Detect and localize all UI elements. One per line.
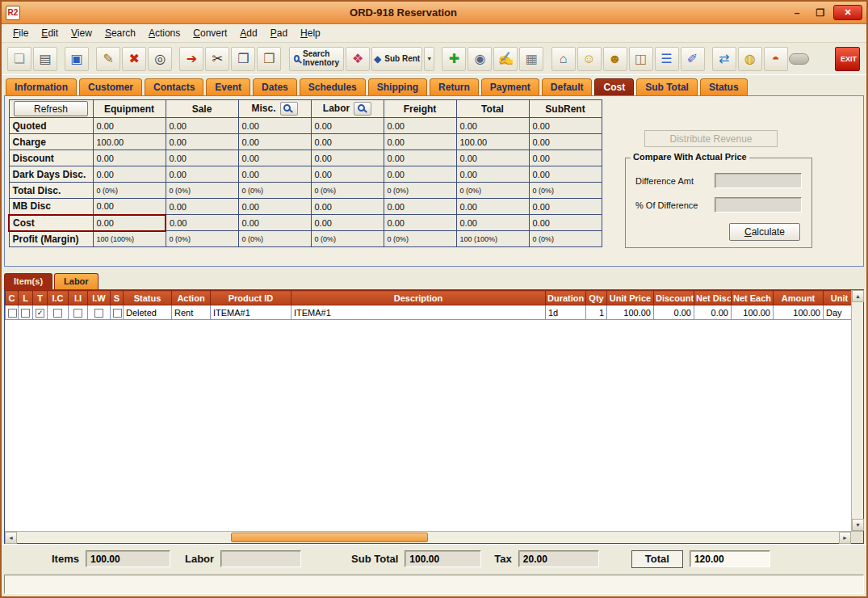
cost-cell-mb-disc-freight[interactable]: 0.00 — [384, 199, 456, 215]
tab-payment[interactable]: Payment — [481, 78, 539, 95]
cost-cell-dark-days-disc-equipment[interactable]: 0.00 — [93, 166, 166, 183]
cell-description[interactable]: ITEMA#1 — [291, 305, 546, 320]
maximize-button[interactable]: ❐ — [810, 6, 831, 20]
scroll-left-icon[interactable]: ◄ — [5, 532, 17, 544]
cost-cell-charge-misc[interactable]: 0.00 — [238, 134, 311, 150]
cost-cell-mb-disc-total[interactable]: 0.00 — [456, 199, 529, 215]
totals-sub-total-field[interactable]: 100.00 — [405, 550, 481, 567]
cell-unit-price[interactable]: 100.00 — [607, 305, 654, 320]
items-column-header-t[interactable]: T — [33, 291, 48, 305]
coins-icon[interactable]: ◍ — [738, 47, 762, 71]
items-column-header-s[interactable]: S — [111, 291, 124, 305]
checkbox-i-i[interactable] — [73, 309, 82, 318]
minimize-button[interactable]: – — [786, 6, 807, 20]
cost-cell-cost-subrent[interactable]: 0.00 — [529, 215, 602, 231]
h-scroll-track[interactable] — [17, 532, 839, 543]
cost-cell-charge-subrent[interactable]: 0.00 — [529, 134, 602, 150]
search-misc-button[interactable] — [280, 102, 298, 116]
cell-net-each[interactable]: 100.00 — [732, 305, 774, 320]
menu-item-help[interactable]: Help — [294, 25, 327, 41]
currency-exchange-icon[interactable]: ⇄ — [712, 47, 736, 71]
items-tab-item-s[interactable]: Item(s) — [4, 273, 52, 289]
items-column-header-discount[interactable]: Discount — [654, 291, 694, 305]
cost-cell-discount-misc[interactable]: 0.00 — [238, 150, 311, 166]
sub-rent-button[interactable]: ◆Sub Rent — [371, 47, 422, 71]
cost-cell-cost-freight[interactable]: 0.00 — [384, 215, 456, 231]
cost-cell-mb-disc-labor[interactable]: 0.00 — [311, 199, 384, 215]
tab-schedules[interactable]: Schedules — [300, 78, 366, 95]
copy-icon[interactable]: ❐ — [231, 47, 255, 71]
distribute-revenue-button[interactable]: Distribute Revenue — [644, 130, 778, 147]
cost-cell-discount-total[interactable]: 0.00 — [456, 150, 529, 166]
cost-cell-discount-freight[interactable]: 0.00 — [384, 150, 456, 166]
cell-product-id[interactable]: ITEMA#1 — [211, 305, 291, 320]
cost-cell-profit-margin-misc[interactable]: 0 (0%) — [238, 231, 311, 247]
items-column-header-unit-price[interactable]: Unit Price — [607, 291, 654, 305]
exit-button[interactable]: EXIT — [835, 47, 860, 71]
tab-dates[interactable]: Dates — [253, 78, 297, 95]
vertical-scrollbar[interactable]: ▲ ▼ — [851, 290, 863, 531]
cost-cell-quoted-subrent[interactable]: 0.00 — [529, 118, 602, 134]
calculate-button[interactable]: Calculate — [729, 223, 800, 241]
tab-return[interactable]: Return — [430, 78, 479, 95]
sub-rent-dropdown[interactable]: ▼ — [424, 47, 434, 71]
tab-contacts[interactable]: Contacts — [145, 78, 203, 95]
totals-items-field[interactable]: 100.00 — [86, 550, 170, 567]
h-scroll-thumb[interactable] — [231, 533, 428, 542]
scroll-down-icon[interactable]: ▼ — [852, 519, 864, 531]
cost-cell-dark-days-disc-total[interactable]: 0.00 — [456, 166, 529, 183]
cost-cell-profit-margin-subrent[interactable]: 0 (0%) — [529, 231, 602, 247]
scroll-up-icon[interactable]: ▲ — [852, 290, 864, 302]
totals-tax-field[interactable]: 20.00 — [518, 550, 599, 567]
save-icon[interactable]: ▣ — [65, 47, 89, 71]
cost-cell-mb-disc-equipment[interactable]: 0.00 — [93, 199, 166, 215]
items-column-header-action[interactable]: Action — [172, 291, 211, 305]
tab-default[interactable]: Default — [542, 78, 593, 95]
tab-event[interactable]: Event — [206, 78, 250, 95]
cost-cell-profit-margin-sale[interactable]: 0 (0%) — [166, 231, 238, 247]
refresh-button[interactable]: Refresh — [14, 101, 88, 116]
menu-item-edit[interactable]: Edit — [35, 25, 65, 41]
checkbox-l[interactable] — [21, 309, 30, 318]
menu-item-actions[interactable]: Actions — [142, 25, 187, 41]
cost-cell-quoted-freight[interactable]: 0.00 — [384, 118, 456, 134]
barcode-print-icon[interactable]: ⌂ — [551, 47, 576, 71]
cost-cell-cost-misc[interactable]: 0.00 — [238, 215, 311, 231]
items-column-header-i-i[interactable]: I.I — [69, 291, 88, 305]
cost-cell-total-disc-subrent[interactable]: 0 (0%) — [529, 183, 602, 199]
tab-information[interactable]: Information — [6, 78, 77, 95]
cost-cell-quoted-misc[interactable]: 0.00 — [238, 118, 311, 134]
tab-sub-total[interactable]: Sub Total — [636, 78, 698, 95]
cost-cell-total-disc-sale[interactable]: 0 (0%) — [166, 183, 238, 199]
cell-duration[interactable]: 1d — [546, 305, 586, 320]
search-inventory-button[interactable]: Search Inventory — [289, 47, 344, 71]
items-column-header-net-each[interactable]: Net Each — [732, 291, 774, 305]
menu-item-pad[interactable]: Pad — [264, 25, 294, 41]
cost-cell-discount-sale[interactable]: 0.00 — [166, 150, 238, 166]
cost-cell-dark-days-disc-freight[interactable]: 0.00 — [384, 166, 456, 183]
cell-unit[interactable]: Day — [824, 305, 852, 320]
items-column-header-status[interactable]: Status — [124, 291, 172, 305]
menu-item-file[interactable]: File — [6, 25, 35, 41]
checkbox-s[interactable] — [113, 309, 122, 318]
cost-cell-total-disc-total[interactable]: 0 (0%) — [456, 183, 529, 199]
checkbox-i-c[interactable] — [53, 309, 62, 318]
delete-icon[interactable]: ✖ — [122, 47, 146, 71]
tab-cost[interactable]: Cost — [594, 78, 634, 95]
cost-cell-mb-disc-sale[interactable]: 0.00 — [166, 199, 238, 215]
cost-cell-total-disc-labor[interactable]: 0 (0%) — [311, 183, 384, 199]
menu-item-convert[interactable]: Convert — [187, 25, 233, 41]
cost-cell-mb-disc-misc[interactable]: 0.00 — [238, 199, 311, 215]
cut-icon[interactable]: ✂ — [205, 47, 229, 71]
items-column-header-qty[interactable]: Qty — [586, 291, 607, 305]
totals-labor-field[interactable] — [220, 550, 301, 567]
totals-total-field[interactable]: 120.00 — [690, 550, 770, 567]
horizontal-scrollbar[interactable]: ◄ ► — [5, 531, 863, 543]
cost-cell-discount-labor[interactable]: 0.00 — [311, 150, 384, 166]
cost-cell-dark-days-disc-misc[interactable]: 0.00 — [238, 166, 311, 183]
cost-cell-profit-margin-equipment[interactable]: 100 (100%) — [93, 231, 166, 247]
package-icon[interactable]: ◫ — [629, 47, 653, 71]
items-column-header-amount[interactable]: Amount — [774, 291, 824, 305]
cost-cell-charge-freight[interactable]: 0.00 — [384, 134, 456, 150]
cost-cell-cost-sale[interactable]: 0.00 — [166, 215, 238, 231]
